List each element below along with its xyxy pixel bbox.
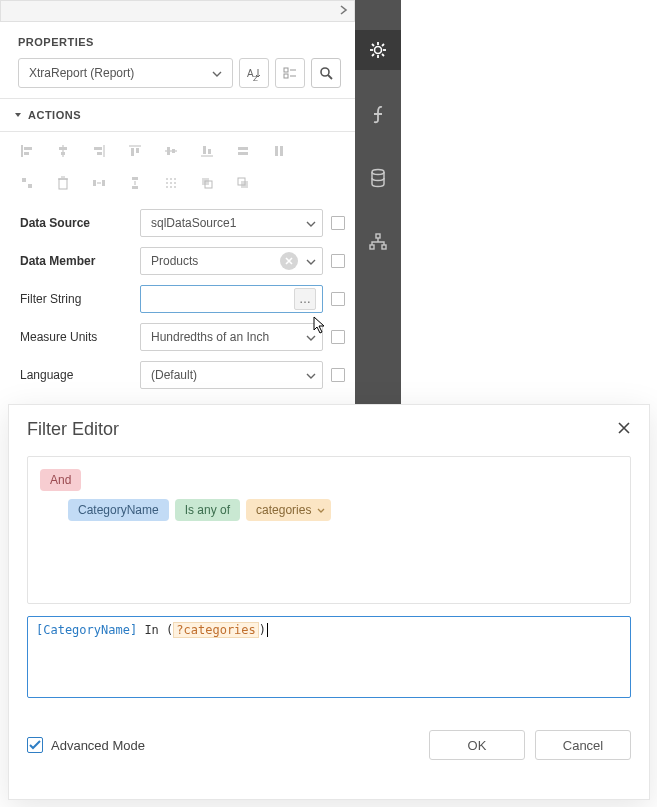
svg-rect-25 [208, 149, 211, 154]
language-field[interactable]: (Default) [140, 361, 323, 389]
cursor-icon [313, 316, 329, 339]
ellipsis-button[interactable]: … [294, 288, 316, 310]
svg-rect-24 [203, 146, 206, 154]
gear-icon [368, 40, 388, 60]
pin-toggle[interactable] [331, 254, 345, 268]
pin-toggle[interactable] [331, 368, 345, 382]
svg-point-39 [166, 178, 168, 180]
svg-rect-13 [61, 152, 65, 155]
svg-rect-26 [238, 147, 248, 150]
svg-rect-63 [370, 245, 374, 249]
svg-rect-9 [24, 147, 32, 150]
same-size-icon[interactable] [12, 170, 42, 196]
svg-rect-10 [24, 152, 29, 155]
report-explorer-tab[interactable] [355, 222, 401, 262]
actions-section-header[interactable]: ACTIONS [0, 98, 355, 132]
svg-line-57 [372, 44, 374, 46]
svg-rect-21 [167, 147, 170, 155]
report-element-selector[interactable]: XtraReport (Report) [18, 58, 233, 88]
bring-front-icon[interactable] [192, 170, 222, 196]
data-member-field[interactable]: Products [140, 247, 323, 275]
filter-string-field[interactable]: … [140, 285, 323, 313]
pin-toggle[interactable] [331, 292, 345, 306]
svg-rect-18 [131, 148, 134, 156]
clear-icon[interactable] [280, 252, 298, 270]
align-left-icon[interactable] [12, 138, 42, 164]
svg-point-45 [166, 186, 168, 188]
delete-icon[interactable] [48, 170, 78, 196]
send-back-icon[interactable] [228, 170, 258, 196]
svg-point-6 [321, 68, 329, 76]
svg-rect-37 [132, 177, 138, 180]
align-right-icon[interactable] [84, 138, 114, 164]
svg-rect-28 [275, 146, 278, 156]
svg-line-59 [382, 44, 384, 46]
svg-line-58 [382, 54, 384, 56]
svg-point-44 [174, 182, 176, 184]
pin-toggle[interactable] [331, 330, 345, 344]
svg-rect-35 [93, 180, 96, 186]
data-source-value: sqlDataSource1 [151, 216, 236, 230]
categorized-button[interactable] [275, 58, 305, 88]
vspace-icon[interactable] [120, 170, 150, 196]
svg-point-41 [174, 178, 176, 180]
chevron-down-icon [306, 254, 316, 268]
svg-rect-29 [280, 146, 283, 156]
align-bottom-icon[interactable] [192, 138, 222, 164]
chevron-down-icon [306, 216, 316, 230]
svg-rect-30 [22, 178, 26, 182]
data-source-field[interactable]: sqlDataSource1 [140, 209, 323, 237]
prop-label-language: Language [10, 368, 140, 382]
same-height-icon[interactable] [264, 138, 294, 164]
svg-rect-27 [238, 152, 248, 155]
align-hcenter-icon[interactable] [48, 138, 78, 164]
actions-title: ACTIONS [28, 109, 81, 121]
data-member-value: Products [151, 254, 198, 268]
svg-text:Z: Z [253, 74, 258, 83]
language-value: (Default) [151, 368, 197, 382]
hspace-icon[interactable] [84, 170, 114, 196]
svg-point-46 [170, 186, 172, 188]
chevron-right-icon [340, 4, 348, 18]
svg-rect-64 [382, 245, 386, 249]
properties-tab[interactable] [355, 30, 401, 70]
align-vcenter-icon[interactable] [156, 138, 186, 164]
data-tab[interactable] [355, 158, 401, 198]
selector-label: XtraReport (Report) [29, 66, 134, 80]
measure-units-value: Hundredths of an Inch [151, 330, 269, 344]
function-icon [370, 104, 386, 124]
sort-button[interactable]: AZ [239, 58, 269, 88]
svg-point-52 [375, 47, 382, 54]
svg-rect-16 [97, 152, 102, 155]
svg-point-43 [170, 182, 172, 184]
svg-rect-38 [132, 186, 138, 189]
svg-line-7 [328, 75, 332, 79]
align-top-icon[interactable] [120, 138, 150, 164]
side-tab-strip [355, 0, 401, 405]
expressions-tab[interactable] [355, 94, 401, 134]
prop-label-data-source: Data Source [10, 216, 140, 230]
svg-line-60 [372, 54, 374, 56]
prop-label-measure-units: Measure Units [10, 330, 140, 344]
caret-down-icon [14, 109, 22, 121]
search-button[interactable] [311, 58, 341, 88]
alignment-toolbar [0, 132, 340, 200]
svg-rect-12 [59, 147, 67, 150]
svg-point-47 [174, 186, 176, 188]
svg-rect-2 [284, 68, 288, 72]
svg-point-42 [166, 182, 168, 184]
svg-point-40 [170, 178, 172, 180]
svg-rect-15 [94, 147, 102, 150]
measure-units-field[interactable]: Hundredths of an Inch [140, 323, 323, 351]
svg-rect-3 [284, 74, 288, 78]
snap-grid-icon[interactable] [156, 170, 186, 196]
prop-label-data-member: Data Member [10, 254, 140, 268]
properties-title: PROPERTIES [0, 22, 355, 56]
pin-toggle[interactable] [331, 216, 345, 230]
chevron-down-icon [306, 368, 316, 382]
same-width-icon[interactable] [228, 138, 258, 164]
chevron-down-icon [212, 66, 222, 80]
collapse-bar[interactable] [0, 0, 355, 22]
svg-rect-19 [136, 148, 139, 153]
svg-rect-31 [28, 184, 32, 188]
